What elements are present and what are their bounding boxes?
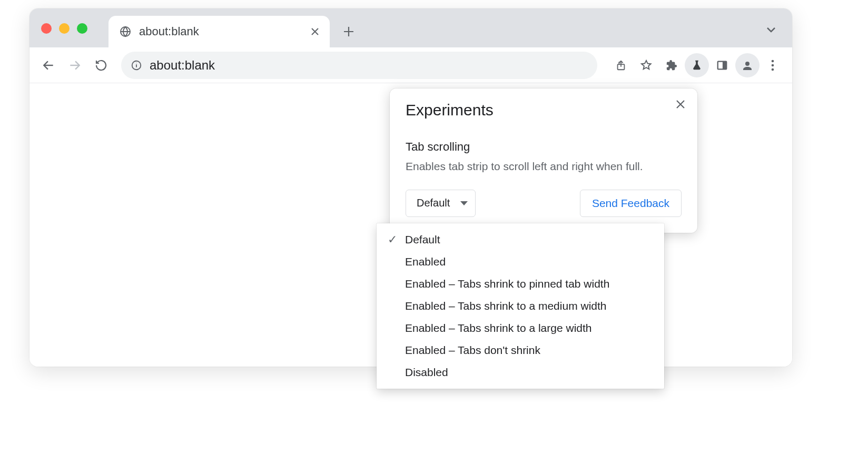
dropdown-option-label: Enabled xyxy=(405,255,446,268)
new-tab-button[interactable] xyxy=(336,19,361,44)
window-close-button[interactable] xyxy=(41,23,52,34)
toolbar-actions xyxy=(609,53,785,77)
dropdown-option[interactable]: Enabled – Tabs shrink to a medium width xyxy=(377,295,664,317)
dropdown-option-label: Enabled – Tabs shrink to pinned tab widt… xyxy=(405,278,609,290)
dropdown-option[interactable]: Disabled xyxy=(377,361,664,383)
chrome-menu-button[interactable] xyxy=(761,53,785,77)
experiment-value-dropdown[interactable]: Default xyxy=(406,190,476,217)
tab-title: about:blank xyxy=(139,25,300,38)
share-icon[interactable] xyxy=(609,53,633,77)
window-minimize-button[interactable] xyxy=(59,23,70,34)
profile-avatar-icon[interactable] xyxy=(735,53,760,77)
send-feedback-button[interactable]: Send Feedback xyxy=(580,190,682,217)
dropdown-option-label: Enabled – Tabs don't shrink xyxy=(405,344,540,357)
experiments-popup: Experiments Tab scrolling Enables tab st… xyxy=(390,88,697,233)
feedback-button-label: Send Feedback xyxy=(592,197,669,210)
back-button[interactable] xyxy=(37,54,60,77)
reload-button[interactable] xyxy=(90,54,113,77)
dropdown-option-label: Disabled xyxy=(405,366,448,379)
experiment-dropdown-menu: ✓DefaultEnabledEnabled – Tabs shrink to … xyxy=(377,223,664,389)
dropdown-option[interactable]: Enabled xyxy=(377,251,664,273)
check-icon: ✓ xyxy=(384,233,401,247)
address-bar[interactable] xyxy=(121,52,597,79)
dropdown-selected-label: Default xyxy=(417,197,450,209)
tab-strip: about:blank xyxy=(29,8,792,47)
address-input[interactable] xyxy=(150,58,588,73)
tabs-area: about:blank xyxy=(108,8,361,47)
svg-point-5 xyxy=(745,62,749,66)
toolbar xyxy=(29,47,792,83)
forward-button[interactable] xyxy=(63,54,86,77)
dropdown-option-label: Default xyxy=(405,233,440,246)
popup-close-button[interactable] xyxy=(672,96,689,113)
experiment-description: Enables tab strip to scroll left and rig… xyxy=(406,158,682,175)
experiment-name: Tab scrolling xyxy=(406,140,682,154)
site-info-icon[interactable] xyxy=(131,60,142,71)
window-maximize-button[interactable] xyxy=(77,23,87,34)
dropdown-option-label: Enabled – Tabs shrink to a medium width xyxy=(405,300,607,312)
caret-down-icon xyxy=(460,201,468,205)
svg-rect-4 xyxy=(723,61,726,69)
svg-point-8 xyxy=(772,68,774,71)
bookmark-star-icon[interactable] xyxy=(634,53,658,77)
window-controls xyxy=(41,23,87,34)
svg-point-7 xyxy=(772,64,774,66)
dropdown-option[interactable]: Enabled – Tabs shrink to pinned tab widt… xyxy=(377,273,664,295)
dropdown-option[interactable]: Enabled – Tabs shrink to a large width xyxy=(377,317,664,339)
dropdown-option[interactable]: Enabled – Tabs don't shrink xyxy=(377,339,664,361)
globe-icon xyxy=(119,25,132,38)
svg-point-6 xyxy=(772,60,774,62)
browser-tab[interactable]: about:blank xyxy=(108,16,330,47)
tab-overflow-button[interactable] xyxy=(763,21,780,38)
dropdown-option-label: Enabled – Tabs shrink to a large width xyxy=(405,322,592,334)
dropdown-option[interactable]: ✓Default xyxy=(377,229,664,251)
popup-title: Experiments xyxy=(406,101,682,119)
tab-close-button[interactable] xyxy=(308,24,322,39)
extensions-icon[interactable] xyxy=(659,53,684,77)
side-panel-icon[interactable] xyxy=(710,53,734,77)
experiments-flask-icon[interactable] xyxy=(685,53,709,77)
